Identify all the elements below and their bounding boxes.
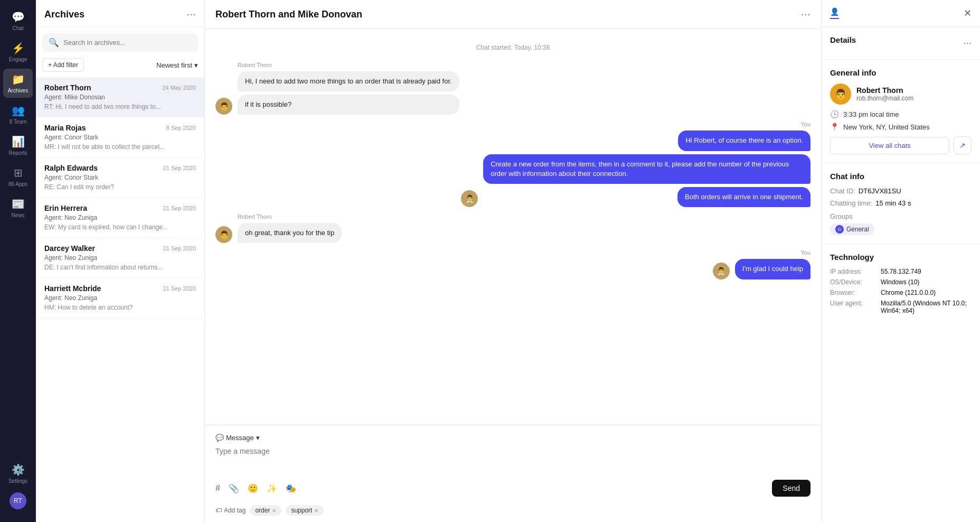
remove-tag-button[interactable]: ✕ <box>314 508 318 514</box>
message-bubble: I'm glad I could help <box>735 259 811 279</box>
apps-icon: ⊞ <box>14 166 23 179</box>
emoji-button[interactable]: 🙂 <box>248 483 258 493</box>
chat-list-item[interactable]: Ralph Edwards 21 Sep 2020 Agent: Conor S… <box>36 157 204 198</box>
hashtag-button[interactable]: # <box>215 483 220 493</box>
message-avatar: 👨 <box>215 98 232 115</box>
message-sender: You <box>800 121 811 127</box>
sidebar-item-apps[interactable]: ⊞ 86 Apps <box>3 162 33 191</box>
location-row: 📍 New York, NY, United States <box>830 123 972 131</box>
sort-dropdown[interactable]: Newest first ▾ <box>156 61 198 69</box>
tags-row: 🏷 Add tag order✕support✕ <box>205 501 821 522</box>
message-bubble-group: Robert Thornoh great, thank you for the … <box>238 213 342 243</box>
contact-row: 👨 Robert Thorn rob.thorn@mail.com <box>830 83 972 105</box>
magic-button[interactable]: ✨ <box>267 483 277 493</box>
main-chat: Robert Thorn and Mike Donovan ⋯ Chat sta… <box>205 0 822 522</box>
add-filter-button[interactable]: + Add filter <box>42 58 84 72</box>
news-icon: 📰 <box>12 198 25 210</box>
message-sender: You <box>800 249 811 256</box>
tag-label: order <box>255 507 270 514</box>
message-row: 👨Robert ThornHi, I need to add two more … <box>215 62 811 115</box>
chat-list-item[interactable]: Harriett Mcbride 21 Sep 2020 Agent: Neo … <box>36 278 204 318</box>
message-sender: Robert Thorn <box>238 213 342 220</box>
chat-item-header: Darcey Walker 21 Sep 2020 <box>44 244 196 253</box>
close-panel-button[interactable]: ✕ <box>964 7 972 19</box>
tag-chip: support✕ <box>286 505 324 516</box>
sidebar-title: Archives <box>44 9 84 20</box>
message-type-bar: 💬 Message ▾ <box>215 434 811 442</box>
add-tag-button[interactable]: 🏷 Add tag <box>215 507 246 514</box>
general-info-section: General info 👨 Robert Thorn rob.thorn@ma… <box>822 60 980 163</box>
view-all-chats-button[interactable]: View all chats <box>830 137 949 154</box>
clock-icon: 🕒 <box>830 110 839 118</box>
chat-item-agent: Agent: Mike Donovan <box>44 94 196 101</box>
sidebar-item-settings[interactable]: ⚙️ Settings <box>3 459 33 488</box>
chat-item-header: Robert Thorn 24 May 2020 <box>44 83 196 92</box>
sidebar-menu-button[interactable]: ⋯ <box>186 8 196 20</box>
chat-item-date: 21 Sep 2020 <box>163 165 196 171</box>
chat-item-date: 21 Sep 2020 <box>163 285 196 292</box>
send-button[interactable]: Send <box>772 480 811 497</box>
technology-section: Technology IP address: 55.78.132.749 OS/… <box>822 244 980 326</box>
chat-item-header: Ralph Edwards 21 Sep 2020 <box>44 164 196 172</box>
tab-details[interactable]: 👤 <box>830 7 839 19</box>
sidebar-item-archives[interactable]: 📁 Archives <box>3 69 33 98</box>
view-all-row: View all chats ↗ <box>830 136 972 154</box>
search-input[interactable] <box>63 39 192 46</box>
chat-list-item[interactable]: Erin Herrera 21 Sep 2020 Agent: Neo Zuni… <box>36 198 204 238</box>
left-navigation: 💬 Chat ⚡ Engage 📁 Archives 👥 8 Team 📊 Re… <box>0 0 36 522</box>
message-bubble: oh great, thank you for the tip <box>238 223 342 243</box>
details-title: Details <box>830 35 856 44</box>
sidebar-item-news[interactable]: 📰 News <box>3 193 33 222</box>
chat-options-button[interactable]: ⋯ <box>801 8 811 20</box>
chat-item-header: Harriett Mcbride 21 Sep 2020 <box>44 284 196 293</box>
chat-item-name: Ralph Edwards <box>44 164 98 172</box>
sidebar-item-team[interactable]: 👥 8 Team <box>3 100 33 129</box>
chat-item-header: Erin Herrera 21 Sep 2020 <box>44 204 196 212</box>
message-row: YouI'm glad I could help👨‍💼 <box>215 249 811 279</box>
chat-list: Robert Thorn 24 May 2020 Agent: Mike Don… <box>36 77 204 522</box>
chat-item-name: Harriett Mcbride <box>44 284 101 293</box>
chat-header-title: Robert Thorn and Mike Donovan <box>215 9 362 20</box>
chat-item-date: 21 Sep 2020 <box>163 205 196 211</box>
details-menu-button[interactable]: ⋯ <box>963 38 972 48</box>
sidebar-item-reports[interactable]: 📊 Reports <box>3 131 33 160</box>
more-button[interactable]: 🎭 <box>286 483 296 493</box>
right-panel: 👤 ✕ Details ⋯ General info 👨 Robert Thor… <box>822 0 980 522</box>
chat-list-item[interactable]: Robert Thorn 24 May 2020 Agent: Mike Don… <box>36 77 204 117</box>
search-bar: 🔍 <box>42 33 198 52</box>
panel-tabs: 👤 <box>830 7 839 19</box>
os-row: OS/Device: Windows (10) <box>830 278 972 286</box>
chat-item-preview: DE: I can't find information about retur… <box>44 264 196 271</box>
engage-icon: ⚡ <box>12 42 25 54</box>
chat-item-preview: MR: I will not be able to collect the pa… <box>44 143 196 151</box>
message-bubble: Both orders will arrive in one shipment. <box>677 187 811 207</box>
local-time-row: 🕒 3:33 pm local time <box>830 110 972 118</box>
person-icon: 👤 <box>830 7 839 16</box>
message-input[interactable] <box>215 447 811 473</box>
tag-label: support <box>291 507 312 514</box>
sidebar-header: Archives ⋯ <box>36 0 204 27</box>
chat-item-agent: Agent: Neo Zuniga <box>44 214 196 221</box>
chat-list-item[interactable]: Maria Rojas 8 Sep 2020 Agent: Conor Star… <box>36 117 204 157</box>
user-avatar[interactable]: RT <box>10 492 26 509</box>
browser-row: Browser: Chrome (121.0.0.0) <box>830 289 972 296</box>
chat-item-preview: RE: Can I edit my order? <box>44 183 196 191</box>
attachment-button[interactable]: 📎 <box>229 483 239 493</box>
right-panel-header: 👤 ✕ <box>822 0 980 27</box>
message-type-button[interactable]: 💬 Message ▾ <box>215 434 260 442</box>
chat-id-row: Chat ID: DT6JVX81SU <box>830 187 972 195</box>
chat-list-item[interactable]: Darcey Walker 21 Sep 2020 Agent: Neo Zun… <box>36 238 204 278</box>
sidebar-item-engage[interactable]: ⚡ Engage <box>3 38 33 67</box>
remove-tag-button[interactable]: ✕ <box>272 508 276 514</box>
groups-section: Groups G General <box>830 212 972 235</box>
message-row: 👨Robert Thornoh great, thank you for the… <box>215 213 811 243</box>
external-link-button[interactable]: ↗ <box>954 136 972 154</box>
sidebar-item-chat[interactable]: 💬 Chat <box>3 6 33 35</box>
chat-item-date: 8 Sep 2020 <box>166 125 196 131</box>
chat-header-actions: ⋯ <box>801 8 811 20</box>
group-icon: G <box>835 225 844 234</box>
technology-title: Technology <box>830 253 972 262</box>
chat-item-agent: Agent: Neo Zuniga <box>44 294 196 302</box>
chat-item-name: Darcey Walker <box>44 244 95 253</box>
user-agent-row: User agent: Mozilla/5.0 (Windows NT 10.0… <box>830 300 972 314</box>
